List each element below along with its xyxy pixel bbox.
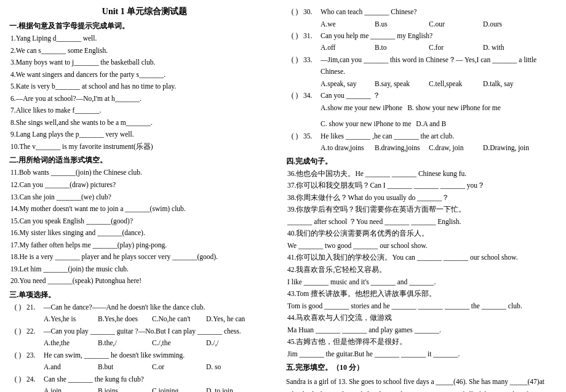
- mc-option: D. to join: [206, 385, 255, 392]
- mc-option: C.for: [429, 42, 478, 53]
- mc-question-right-5: ( )35.He likes _______ ,he can _______ t…: [286, 130, 557, 154]
- mc-question-left-4: ( )24.Can she _______ the kung fu club?A…: [9, 374, 280, 392]
- mc-content: Can you _______ ？: [321, 90, 557, 102]
- fill-question-4: 4.We want singers and dancers for the pa…: [9, 69, 280, 81]
- section4-title: 四.完成句子。: [286, 156, 557, 167]
- mc-option: D.ours: [483, 18, 532, 30]
- mc-option: A.show me your new iPhone: [321, 102, 402, 113]
- mc-option: A.speak, say: [321, 78, 370, 89]
- mc-option: D./,/: [206, 337, 255, 348]
- mc-num: 35.: [303, 130, 321, 143]
- fill-question-6: 6.—Are you at school?—No,I'm at h_______…: [9, 93, 280, 105]
- mc-option: D. so: [206, 361, 255, 372]
- complete-sentence-6: 40.我们的学校公演需要两名优秀的音乐人。: [286, 228, 557, 240]
- page-container: Unit 1 单元综合测试题 一.根据句意及首字母提示完成单词。 1.Yang …: [9, 6, 557, 392]
- mc-option: B.the,/: [98, 337, 147, 348]
- fill2-question-8: 18.He is a very _______ player and he pl…: [9, 251, 280, 263]
- mc-bracket: ( ): [286, 54, 303, 66]
- mc-option: D.talk, say: [483, 78, 532, 89]
- mc-bracket: ( ): [9, 326, 26, 338]
- section1-title: 一.根据句意及首字母提示完成单词。: [9, 21, 280, 31]
- mc-content: —Can he dance?——And he doesn't like the …: [44, 302, 280, 314]
- mc-option: D.A and B: [416, 118, 465, 129]
- mc-content: —Jim,can you _______ this word in Chines…: [321, 54, 557, 78]
- complete-sentence-14: Ma Huan _______ _______ and play games _…: [286, 324, 557, 337]
- mc-option: C. show your new iPhone to me: [321, 118, 411, 129]
- mc-option: C.tell,speak: [429, 78, 478, 89]
- mc-num: 21.: [26, 302, 44, 314]
- fill2-question-7: 17.My father often helps me _______(play…: [9, 239, 280, 252]
- mc-option: A.off: [321, 42, 370, 53]
- mc-option: B.us: [375, 18, 424, 30]
- fill-question-10: 10.The v_______ is my favorite instrumen…: [9, 141, 280, 153]
- mc-bracket: ( ): [9, 302, 26, 314]
- complete-sentence-5: _______ after school ？You need _______ _…: [286, 216, 557, 228]
- page-title: Unit 1 单元综合测试题: [9, 6, 280, 17]
- complete-sentence-12: Tom is good _______ stories and he _____…: [286, 300, 557, 313]
- fill2-question-5: 15.Can you speak English _______(good)?: [9, 215, 280, 228]
- mc-bracket: ( ): [9, 350, 26, 362]
- mc-option: A.Yes,he is: [44, 313, 93, 324]
- complete-sentence-13: 44.马欢喜欢与人们交流，做游戏: [286, 312, 557, 324]
- mc-question-right-2: ( )31.Can you help me _______ my English…: [286, 30, 557, 54]
- mc-option: D.Drawing, join: [483, 142, 532, 153]
- mc-option: B.to: [375, 42, 424, 53]
- complete-sentence-15: 45.吉姆古他，但是他弹得不是很好。: [286, 336, 557, 348]
- mc-num: 31.: [303, 30, 321, 42]
- fill-questions2: 11.Bob wants _______(join) the Chinese c…: [9, 167, 280, 287]
- mc-option: A.and: [44, 361, 93, 372]
- mc-option: C.or: [152, 361, 201, 372]
- mc-question-left-1: ( )21.—Can he dance?——And he doesn't lik…: [9, 302, 280, 325]
- fill-question-7: 7.Alice likes to make f_______.: [9, 105, 280, 117]
- fill-question-2: 2.We can s_______ some English.: [9, 45, 280, 57]
- section3-title: 三.单项选择。: [9, 290, 280, 300]
- mc-option: B.Yes,he does: [98, 313, 147, 324]
- mc-question-left-2: ( )22.—Can you play _______ guitar ?—No.…: [9, 326, 280, 349]
- fill2-question-3: 13.Can she join _______(we) club?: [9, 191, 280, 204]
- mc-option: C./,the: [152, 337, 201, 348]
- mc-bracket: ( ): [286, 90, 303, 102]
- complete-sentence-9: 42.我喜欢音乐,它轻松又容易。: [286, 264, 557, 276]
- complete-sentence-4: 39.你放学后有空吗？我们需要你在英语方面帮一下忙。: [286, 204, 557, 216]
- mc-option: B.drawing,joins: [375, 142, 424, 153]
- left-column: Unit 1 单元综合测试题 一.根据句意及首字母提示完成单词。 1.Yang …: [9, 6, 280, 392]
- fill-questions: 1.Yang Liping d_______ well.2.We can s__…: [9, 33, 280, 153]
- mc-question-right-4: ( )34.Can you _______ ？A.show me your ne…: [286, 90, 557, 129]
- complete-sentence-3: 38.你周末做什么？What do you usually do _______…: [286, 192, 557, 204]
- mc-bracket: ( ): [9, 374, 26, 386]
- complete-sentence-7: We _______ two good _______ our school s…: [286, 240, 557, 252]
- complete-sentence-11: 43.Tom 擅长讲故事。他想把入讲故事俱乐部。: [286, 288, 557, 300]
- fill2-question-9: 19.Let him _______(join) the music club.: [9, 263, 280, 276]
- right-column: ( )30.Who can teach _______ Chinese?A.we…: [286, 6, 557, 392]
- complete-sentences: 36.他也会中国功夫。He _______ _______ Chinese ku…: [286, 168, 557, 361]
- complete-sentence-2: 37.你可以和我交朋友吗？Can I _______ _______ _____…: [286, 180, 557, 192]
- mc-num: 23.: [26, 350, 44, 362]
- complete-sentence-16: Jim _______ the guitar.But he _______ __…: [286, 348, 557, 361]
- mc-option: C.No,he can't: [152, 313, 201, 324]
- mc-option: D.Yes, he can: [206, 313, 255, 324]
- mc-num: 33.: [303, 54, 321, 66]
- mc-option: D. with: [483, 42, 532, 53]
- fill-question-8: 8.She sings well,and she wants to be a m…: [9, 117, 280, 129]
- mc-option: A.join: [44, 385, 93, 392]
- mc-option: B.but: [98, 361, 147, 372]
- mc-content: He likes _______ ,he can _______ the art…: [321, 130, 557, 143]
- fill2-question-10: 20.You need _______(speak) Putonghua her…: [9, 275, 280, 287]
- section2-title: 二.用所给词的适当形式填空。: [9, 155, 280, 166]
- mc-num: 30.: [303, 6, 321, 18]
- mc-questions-right: ( )30.Who can teach _______ Chinese?A.we…: [286, 6, 557, 154]
- section5-title: 五.完形填空。（10 分）: [286, 362, 557, 373]
- mc-option: B.say, speak: [375, 78, 424, 89]
- mc-option: C.draw, join: [429, 142, 478, 153]
- mc-num: 22.: [26, 326, 44, 338]
- complete-sentence-8: 41.你可以加入我们的学校公演。You can _______ _______ …: [286, 252, 557, 264]
- mc-content: Can you help me _______ my English?: [321, 30, 557, 42]
- mc-bracket: ( ): [286, 30, 303, 42]
- mc-question-right-1: ( )30.Who can teach _______ Chinese?A.we…: [286, 6, 557, 30]
- fill2-question-6: 16.My sister likes singing and _______(d…: [9, 227, 280, 239]
- fill2-question-1: 11.Bob wants _______(join) the Chinese c…: [9, 167, 280, 179]
- mc-bracket: ( ): [286, 130, 303, 143]
- fill2-question-4: 14.My mother doesn't want me to join a _…: [9, 203, 280, 215]
- mc-option: A.we: [321, 18, 370, 30]
- mc-content: —Can you play _______ guitar ?—No.But I …: [44, 326, 280, 338]
